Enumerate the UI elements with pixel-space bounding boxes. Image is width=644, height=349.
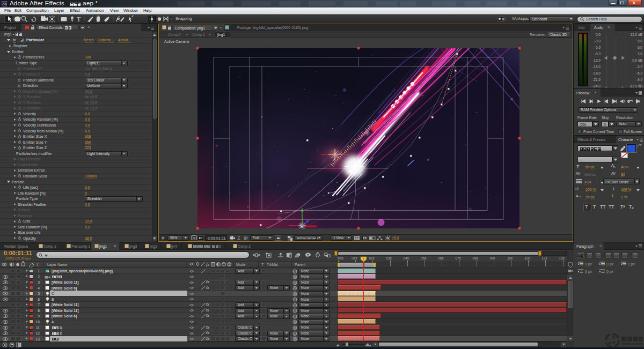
svg-text:fx: fx [206, 262, 209, 267]
svg-text:T: T [77, 16, 81, 23]
